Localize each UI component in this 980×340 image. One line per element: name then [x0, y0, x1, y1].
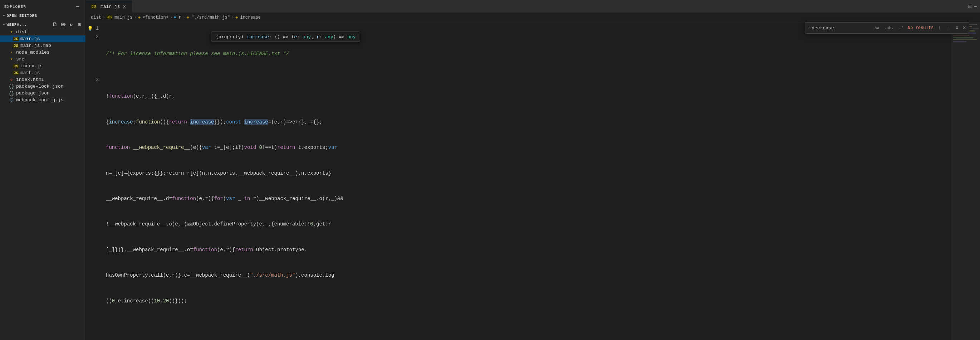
- code-line-2b: {increase:function(){return increase}});…: [106, 118, 951, 127]
- minimap-line: [953, 37, 973, 38]
- code-line-1: /*! For license information please see m…: [106, 50, 951, 58]
- new-folder-icon[interactable]: 🗁: [60, 22, 66, 27]
- tooltip-param-r: r: [317, 34, 320, 39]
- breadcrumb-func-icon: ◈: [138, 15, 140, 20]
- breadcrumb-increase-label: increase: [240, 15, 261, 20]
- search-regex-button[interactable]: .*: [897, 26, 905, 30]
- lightbulb-icon: 💡: [87, 25, 93, 33]
- breadcrumb-dist[interactable]: dist: [91, 15, 101, 20]
- breadcrumb-r-label: r: [178, 15, 181, 20]
- tree-item-package-json[interactable]: {} package.json: [0, 90, 86, 97]
- search-no-results: No results: [908, 26, 934, 30]
- search-prev-button[interactable]: ↑: [936, 24, 942, 32]
- tree-item-label: main.js: [21, 36, 40, 42]
- breadcrumb-function[interactable]: ◈ <function>: [138, 15, 169, 20]
- code-line-2: !function(e,r,_){_.d(r,: [106, 93, 951, 101]
- breadcrumb-r[interactable]: ⊕ r: [174, 15, 181, 20]
- tree-item-math-js[interactable]: JS math.js: [0, 69, 86, 76]
- code-line-2d: n=_[e]={exports:{}};return r[e](n,n.expo…: [106, 169, 951, 178]
- breadcrumb-src-label: "./src/math.js": [191, 15, 230, 20]
- breadcrumb-src-math[interactable]: ◈ "./src/math.js": [187, 15, 230, 20]
- collapse-icon[interactable]: ⊟: [76, 21, 83, 27]
- search-options: Aa .ab. .*: [873, 26, 905, 30]
- line-number-2: 2: [89, 33, 99, 42]
- js-file-icon: JS: [13, 70, 19, 75]
- more-actions-icon[interactable]: ⋯: [974, 3, 977, 10]
- breadcrumb-increase-icon: ◈: [235, 15, 238, 20]
- minimap-content: [951, 22, 980, 340]
- minimap-line: [953, 39, 977, 40]
- open-editors-header[interactable]: ▾ OPEN EDITORS: [0, 13, 86, 19]
- breadcrumb-sep1: ›: [103, 15, 105, 20]
- code-content[interactable]: /*! For license information please see m…: [103, 22, 951, 340]
- code-line-2i: ((0,e.increase)(10,20))}();: [106, 297, 951, 306]
- breadcrumb-sep5: ›: [231, 15, 234, 20]
- folder-icon: ›: [9, 50, 14, 55]
- webpa-chevron: ▾: [3, 22, 5, 27]
- webpa-label: WEBPA...: [7, 22, 27, 27]
- tooltip-colon: :: [269, 34, 275, 39]
- folder-icon: ▾: [9, 29, 14, 35]
- breadcrumb-src-icon: ◈: [187, 15, 189, 20]
- search-next-button[interactable]: ↓: [945, 24, 951, 32]
- tree-item-package-lock[interactable]: {} package-lock.json: [0, 83, 86, 90]
- open-editors-chevron: ▾: [3, 14, 5, 18]
- search-close-button[interactable]: ✕: [963, 25, 966, 31]
- tab-main-js[interactable]: JS main.js ✕: [86, 0, 132, 13]
- breadcrumb-main-js[interactable]: JS main.js: [107, 15, 132, 20]
- tree-item-index-html[interactable]: ◇ index.html: [0, 76, 86, 83]
- open-editors-section: ▾ OPEN EDITORS: [0, 12, 86, 20]
- code-line-2e: __webpack_require__.d=function(e,r){for(…: [106, 195, 951, 203]
- folder-icon: ▾: [9, 57, 14, 62]
- code-line-2h: hasOwnProperty.call(e,r)},e=__webpack_re…: [106, 271, 951, 280]
- tree-item-node-modules[interactable]: › node_modules: [0, 49, 86, 56]
- code-line-2g: [_]})},__webpack_require__.o=function(e,…: [106, 246, 951, 254]
- sidebar-menu-icon[interactable]: ⋯: [75, 3, 81, 10]
- tooltip-comma: ,: [311, 34, 317, 39]
- breadcrumb-increase[interactable]: ◈ increase: [235, 15, 261, 20]
- tree-item-label: package-lock.json: [16, 84, 64, 89]
- tree-item-label: math.js: [21, 70, 40, 75]
- sidebar-title-icons: ⋯: [75, 3, 81, 10]
- tree-item-src[interactable]: ▾ src: [0, 56, 86, 62]
- breadcrumb-function-label: <function>: [143, 15, 169, 20]
- split-editor-icon[interactable]: ⊟: [968, 3, 972, 10]
- tooltip-colon3: :: [320, 34, 325, 39]
- search-input[interactable]: [811, 26, 869, 31]
- tree-item-main-js[interactable]: JS main.js: [0, 35, 86, 42]
- tooltip-paren2: () => (: [274, 34, 294, 39]
- tree-item-index-js[interactable]: JS index.js: [0, 62, 86, 69]
- tree-item-dist[interactable]: ▾ dist: [0, 29, 86, 35]
- tree-item-label: index.html: [16, 77, 44, 82]
- tree-item-label: dist: [16, 29, 27, 35]
- new-file-icon[interactable]: 🗋: [51, 22, 58, 27]
- html-icon: ◇: [9, 77, 14, 82]
- breadcrumb-sep4: ›: [183, 15, 185, 20]
- code-area[interactable]: (property) increase: () => (e: any, r: a…: [86, 22, 980, 340]
- webpa-section-header[interactable]: ▾ WEBPA... 🗋 🗁 ↻ ⊟: [0, 21, 86, 29]
- tree-item-main-js-map[interactable]: JS main.js.map: [0, 42, 86, 49]
- search-whole-word-button[interactable]: .ab.: [883, 26, 895, 30]
- tooltip-type-any2: any: [325, 34, 333, 39]
- line-number-1: 💡 1: [89, 24, 99, 33]
- tree-item-label: webpack.config.js: [16, 97, 64, 103]
- search-case-sensitive-button[interactable]: Aa: [873, 26, 881, 30]
- refresh-icon[interactable]: ↻: [68, 21, 75, 27]
- tab-js-icon: JS: [91, 4, 97, 9]
- tree-item-label: index.js: [21, 63, 43, 69]
- line-number-3: 3: [89, 76, 99, 85]
- highlight-increase-2: increase: [244, 119, 268, 125]
- tooltip-prop: increase: [247, 34, 269, 39]
- json-icon: {}: [9, 84, 14, 89]
- webpa-header-left: ▾ WEBPA...: [3, 22, 27, 27]
- tab-close-button[interactable]: ✕: [123, 3, 127, 9]
- breadcrumb-ref-icon: ⊕: [174, 15, 176, 20]
- tooltip-param-e: e: [294, 34, 297, 39]
- breadcrumb: dist › JS main.js › ◈ <function> › ⊕ r ›…: [86, 13, 980, 22]
- tooltip-colon2: :: [297, 34, 302, 39]
- breadcrumb-js-icon: JS: [107, 15, 112, 19]
- tree-item-label: package.json: [16, 91, 50, 96]
- search-list-button[interactable]: ≡: [954, 24, 959, 32]
- tree-item-webpack-config[interactable]: ⬡ webpack.config.js: [0, 97, 86, 104]
- search-input-wrapper: ›: [808, 26, 869, 31]
